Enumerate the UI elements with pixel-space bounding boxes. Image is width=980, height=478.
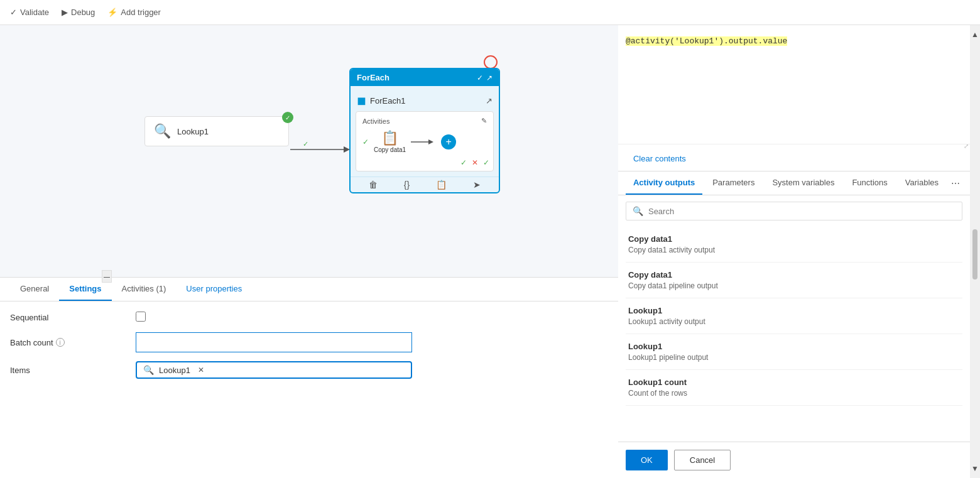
tab-activity-outputs[interactable]: Activity outputs (626, 171, 702, 195)
batch-count-control (136, 332, 412, 352)
copy-data-label: Copy data1 (374, 146, 406, 153)
search-input[interactable] (648, 207, 956, 216)
bottom-panel: General Settings Activities (1) User pro… (0, 277, 618, 478)
activity-status-icons: ✓ ✕ ✓ (360, 156, 489, 167)
scrollbar-track[interactable] (972, 41, 977, 462)
add-activity-button[interactable]: + (441, 134, 456, 149)
output-item-2-desc: Lookup1 activity output (628, 317, 960, 326)
output-item-3[interactable]: Lookup1 Lookup1 pipeline output (626, 334, 962, 370)
foreach-grid-icon: ◼ (357, 94, 366, 107)
foreach-copy-icon[interactable]: 📋 (436, 180, 447, 190)
items-control: 🔍 Lookup1 ✕ (136, 361, 412, 379)
output-item-2-title: Lookup1 (628, 306, 960, 315)
svg-text:✓: ✓ (303, 140, 308, 148)
output-item-2[interactable]: Lookup1 Lookup1 activity output (626, 298, 962, 334)
activities-label-row: Activities ✎ (360, 116, 489, 128)
activity-check-right: ✓ (460, 158, 467, 167)
svg-marker-4 (428, 139, 433, 144)
output-item-4-title: Lookup1 count (628, 378, 960, 387)
right-panel: @activity('Lookup1').output.value ⤢ Clea… (618, 25, 970, 478)
activity-x-right: ✕ (472, 158, 478, 167)
add-trigger-button[interactable]: ⚡ Add trigger (107, 8, 161, 17)
search-box: 🔍 (626, 202, 962, 220)
activities-section: Activities ✎ ✓ 📋 Copy data1 (356, 111, 494, 171)
activities-label-text: Activities (362, 117, 389, 125)
output-list: Copy data1 Copy data1 activity output Co… (618, 227, 970, 442)
output-item-3-desc: Lookup1 pipeline output (628, 353, 960, 362)
batch-count-row: Batch count i (10, 332, 608, 352)
activity-arrow (411, 136, 436, 148)
copy-data-icon: 📋 (381, 130, 398, 146)
right-panel-wrapper: @activity('Lookup1').output.value ⤢ Clea… (618, 25, 980, 478)
validate-label: Validate (20, 8, 49, 17)
tab-parameters[interactable]: Parameters (705, 171, 762, 195)
trigger-lightning-icon: ⚡ (107, 8, 117, 17)
toolbar: ✓ Validate ▶ Debug ⚡ Add trigger (0, 0, 980, 25)
activity-check-right2: ✓ (483, 158, 489, 167)
sequential-control (136, 312, 412, 323)
batch-count-info-icon[interactable]: i (56, 338, 65, 347)
action-buttons: OK Cancel (618, 442, 970, 478)
output-item-1-desc: Copy data1 pipeline output (628, 281, 960, 290)
bottom-content: Sequential Batch count i (0, 301, 618, 478)
right-scrollbar: ▲ ▼ (970, 25, 980, 478)
tab-general[interactable]: General (10, 278, 59, 301)
canvas-area: 🔍 Lookup1 ✓ ✓ ForEach ✓ ↗ (0, 25, 618, 478)
sequential-label: Sequential (10, 313, 136, 322)
resize-handle-icon[interactable]: ⤢ (964, 143, 969, 149)
output-item-4[interactable]: Lookup1 count Count of the rows (626, 370, 962, 406)
output-item-0[interactable]: Copy data1 Copy data1 activity output (626, 227, 962, 263)
foreach-header: ForEach ✓ ↗ (351, 69, 499, 86)
foreach-title: ForEach (357, 73, 389, 82)
foreach-footer: 🗑 {} 📋 ➤ (351, 177, 499, 192)
foreach-nav-icon[interactable]: ➤ (473, 180, 481, 190)
debug-play-icon: ▶ (62, 8, 68, 17)
items-close-icon[interactable]: ✕ (198, 366, 204, 374)
activities-edit-icon[interactable]: ✎ (481, 117, 487, 125)
tab-system-variables[interactable]: System variables (765, 171, 842, 195)
lookup-search-icon: 🔍 (154, 123, 171, 139)
main-layout: 🔍 Lookup1 ✓ ✓ ForEach ✓ ↗ (0, 25, 980, 478)
foreach-expand-icon[interactable]: ↗ (486, 73, 493, 82)
items-search-icon: 🔍 (143, 365, 154, 375)
tab-activities[interactable]: Activities (1) (112, 278, 177, 301)
tab-functions[interactable]: Functions (844, 171, 895, 195)
batch-count-input[interactable] (136, 332, 412, 352)
panel-minimize-handle[interactable]: — (102, 270, 112, 283)
expression-textarea[interactable] (618, 25, 970, 144)
lookup-node[interactable]: 🔍 Lookup1 ✓ (144, 116, 289, 146)
scroll-up-arrow[interactable]: ▲ (969, 28, 980, 41)
items-value: Lookup1 (159, 366, 190, 375)
output-item-1-title: Copy data1 (628, 270, 960, 280)
tab-more-icon[interactable]: ⋯ (949, 173, 962, 193)
foreach-inner-label: ForEach1 (370, 96, 405, 106)
foreach-code-icon[interactable]: {} (404, 180, 410, 190)
tab-variables[interactable]: Variables (898, 171, 946, 195)
debug-button[interactable]: ▶ Debug (62, 8, 95, 17)
scrollbar-thumb[interactable] (972, 229, 977, 280)
items-row: Items 🔍 Lookup1 ✕ (10, 361, 608, 379)
cancel-button[interactable]: Cancel (674, 450, 731, 470)
output-tabs: Activity outputs Parameters System varia… (618, 171, 970, 195)
debug-label: Debug (71, 8, 95, 17)
foreach-delete-icon[interactable]: 🗑 (369, 180, 378, 190)
connector-arrow: ✓ (290, 140, 353, 159)
foreach-error-indicator (484, 55, 498, 69)
copy-data-node[interactable]: 📋 Copy data1 (374, 130, 406, 153)
foreach-body: ◼ ForEach1 ↗ Activities ✎ ✓ (351, 86, 499, 177)
search-icon: 🔍 (633, 206, 643, 216)
lookup-node-label: Lookup1 (177, 127, 209, 136)
output-item-1[interactable]: Copy data1 Copy data1 pipeline output (626, 263, 962, 298)
tab-user-properties[interactable]: User properties (176, 278, 252, 301)
validate-button[interactable]: ✓ Validate (10, 8, 49, 17)
ok-button[interactable]: OK (626, 450, 668, 470)
sequential-checkbox[interactable] (136, 312, 146, 322)
batch-count-label: Batch count i (10, 338, 136, 347)
foreach-inner-header: ◼ ForEach1 ↗ (356, 91, 494, 111)
foreach-check-icon: ✓ (477, 73, 483, 82)
foreach-collapse-icon[interactable]: ↗ (486, 96, 493, 106)
items-pill[interactable]: 🔍 Lookup1 ✕ (136, 361, 412, 379)
output-item-4-desc: Count of the rows (628, 389, 960, 398)
clear-contents-button[interactable]: Clear contents (626, 150, 694, 167)
scroll-down-arrow[interactable]: ▼ (969, 462, 980, 475)
